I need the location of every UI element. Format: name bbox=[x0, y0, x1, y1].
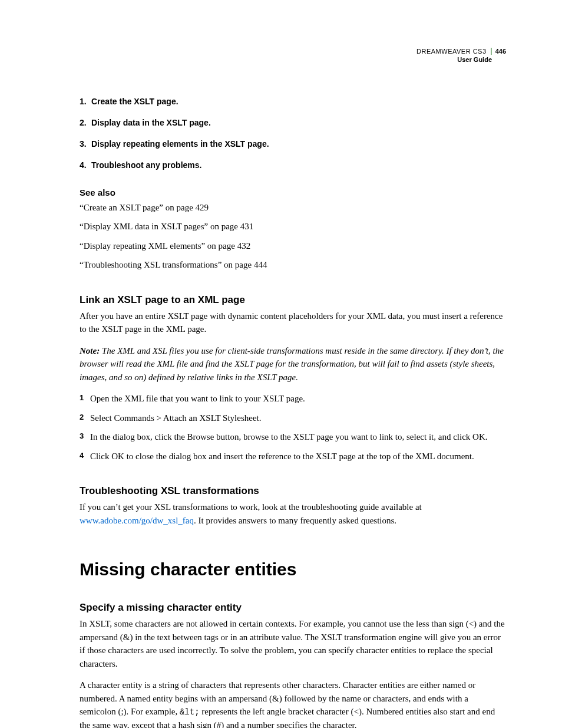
list-item: 1Open the XML file that you want to link… bbox=[80, 392, 506, 406]
page-header: DREAMWEAVER CS3 446 User Guide bbox=[80, 47, 506, 64]
see-also-item: “Display XML data in XSLT pages” on page… bbox=[80, 220, 506, 233]
body-text: After you have an entire XSLT page with … bbox=[80, 309, 506, 336]
body-text: If you can’t get your XSL transformation… bbox=[80, 500, 506, 527]
list-item: 2Select Commands > Attach an XSLT Styles… bbox=[80, 411, 506, 425]
page-content: DREAMWEAVER CS3 446 User Guide 1.Create … bbox=[0, 0, 562, 728]
list-item: 1.Create the XSLT page. bbox=[80, 97, 506, 106]
see-also-list: “Create an XSLT page” on page 429 “Displ… bbox=[80, 201, 506, 272]
chapter-heading: Missing character entities bbox=[80, 559, 506, 579]
see-also-heading: See also bbox=[80, 187, 506, 197]
page-number: 446 bbox=[491, 48, 506, 55]
code-sample: &lt; bbox=[180, 707, 200, 717]
see-also-item: “Create an XSLT page” on page 429 bbox=[80, 201, 506, 215]
note-body: The XML and XSL files you use for client… bbox=[80, 346, 504, 382]
body-text: In XSLT, some characters are not allowed… bbox=[80, 617, 506, 670]
external-link[interactable]: www.adobe.com/go/dw_xsl_faq bbox=[80, 516, 194, 525]
note-paragraph: Note: The XML and XSL files you use for … bbox=[80, 344, 506, 384]
list-item: 3.Display repeating elements in the XSLT… bbox=[80, 139, 506, 149]
note-label: Note: bbox=[80, 346, 100, 355]
see-also-item: “Display repeating XML elements” on page… bbox=[80, 239, 506, 253]
list-item: 4.Troubleshoot any problems. bbox=[80, 160, 506, 170]
product-name: DREAMWEAVER CS3 bbox=[416, 48, 487, 55]
section-heading-troubleshoot: Troubleshooting XSL transformations bbox=[80, 485, 506, 497]
list-item: 4Click OK to close the dialog box and in… bbox=[80, 450, 506, 463]
workflow-steps-list: 1.Create the XSLT page. 2.Display data i… bbox=[80, 97, 506, 170]
see-also-item: “Troubleshooting XSL transformations” on… bbox=[80, 258, 506, 272]
procedure-steps: 1Open the XML file that you want to link… bbox=[80, 392, 506, 463]
guide-label: User Guide bbox=[80, 55, 506, 64]
list-item: 2.Display data in the XSLT page. bbox=[80, 118, 506, 127]
section-heading-link: Link an XSLT page to an XML page bbox=[80, 294, 506, 306]
list-item: 3In the dialog box, click the Browse but… bbox=[80, 430, 506, 444]
body-text: A character entity is a string of charac… bbox=[80, 678, 506, 728]
section-heading-specify: Specify a missing character entity bbox=[80, 602, 506, 614]
